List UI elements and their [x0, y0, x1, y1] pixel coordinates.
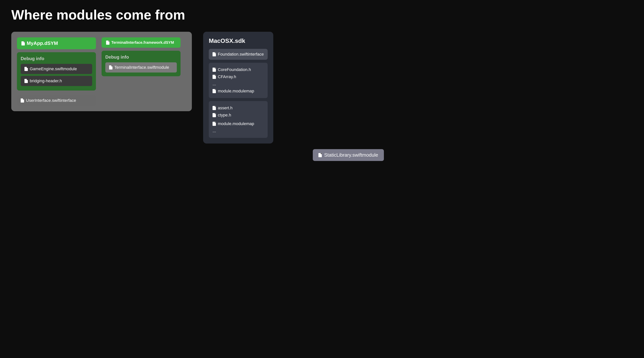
- sdk-group-1: CoreFoundation.h CFArray.h ... module.mo…: [209, 63, 268, 98]
- group1-modulemap-icon: [212, 89, 216, 93]
- bridging-header-file: bridging-header.h: [21, 76, 92, 86]
- terminal-header: TerminalInterface.framework.dSYM: [102, 37, 180, 48]
- group1-modulemap-file: module.modulemap: [212, 88, 264, 94]
- myapp-header: MyApp.dSYM: [17, 37, 96, 49]
- group2-modulemap-icon: [212, 122, 216, 126]
- right-panel: MacOSX.sdk Foundation.swiftinterface Cor…: [203, 32, 273, 144]
- static-library-file: StaticLibrary.swiftmodule: [313, 149, 384, 161]
- myapp-debug-box: Debug info GameEngine.swiftmodule bridgi…: [17, 52, 96, 91]
- group1-dots: ...: [212, 81, 264, 87]
- ctype-file: ctype.h: [212, 112, 264, 118]
- terminal-debug-label: Debug info: [105, 54, 177, 60]
- terminal-section: TerminalInterface.framework.dSYM Debug i…: [102, 37, 180, 106]
- sdk-title: MacOSX.sdk: [209, 37, 268, 44]
- sdk-group-2: assert.h ctype.h module.modulemap ...: [209, 101, 268, 138]
- assert-file: assert.h: [212, 105, 264, 111]
- cfarray-icon: [212, 75, 216, 79]
- ctype-icon: [212, 113, 216, 117]
- terminal-swiftmodule-icon: [109, 65, 112, 69]
- myapp-file-icon: [22, 41, 25, 45]
- foundation-swiftinterface: Foundation.swiftinterface: [209, 49, 268, 60]
- myapp-debug-label: Debug info: [21, 56, 92, 61]
- myapp-section: MyApp.dSYM Debug info GameEngine.swiftmo…: [17, 37, 96, 106]
- myapp-title: MyApp.dSYM: [27, 40, 58, 46]
- user-interface-icon: [21, 98, 24, 103]
- page-title: Where modules come from: [11, 7, 633, 22]
- game-engine-icon: [24, 67, 28, 71]
- terminal-debug-box: Debug info TerminalInterface.swiftmodule: [102, 51, 180, 76]
- core-foundation-icon: [212, 68, 216, 72]
- main-content: MyApp.dSYM Debug info GameEngine.swiftmo…: [11, 32, 633, 144]
- static-library-icon: [318, 153, 322, 157]
- left-panel: MyApp.dSYM Debug info GameEngine.swiftmo…: [11, 32, 192, 111]
- game-engine-file: GameEngine.swiftmodule: [21, 64, 92, 74]
- bridging-header-icon: [24, 79, 28, 83]
- cfarray-file: CFArray.h: [212, 74, 264, 80]
- group2-modulemap-file: module.modulemap: [212, 121, 264, 127]
- terminal-header-icon: [106, 41, 110, 45]
- assert-icon: [212, 106, 216, 110]
- terminal-title: TerminalInterface.framework.dSYM: [111, 40, 174, 45]
- myapp-debug-files: GameEngine.swiftmodule bridging-header.h: [21, 64, 92, 86]
- terminal-swiftmodule-file: TerminalInterface.swiftmodule: [105, 62, 177, 72]
- core-foundation-file: CoreFoundation.h: [212, 66, 264, 73]
- bottom-section: StaticLibrary.swiftmodule: [11, 149, 633, 161]
- group2-dots: ...: [212, 128, 264, 134]
- user-interface-file: UserInterface.swiftinterface: [17, 95, 96, 106]
- foundation-icon: [212, 52, 216, 56]
